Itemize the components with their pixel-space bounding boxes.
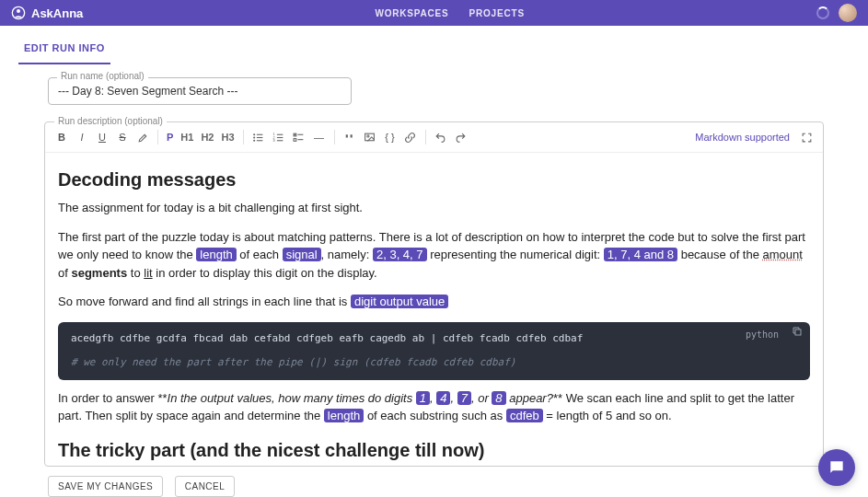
- ordered-list-button[interactable]: 123: [270, 128, 288, 146]
- svg-point-4: [253, 136, 255, 138]
- svg-point-6: [253, 139, 255, 141]
- svg-rect-9: [277, 133, 284, 134]
- brand-text: AskAnna: [31, 6, 83, 20]
- para-2: The first part of the puzzle today is ab…: [58, 228, 810, 283]
- markdown-supported-link[interactable]: Markdown supported: [695, 132, 790, 143]
- undo-button[interactable]: [432, 128, 450, 146]
- fullscreen-button[interactable]: [797, 128, 816, 146]
- paragraph-button[interactable]: P: [164, 132, 176, 143]
- svg-rect-3: [257, 133, 263, 134]
- svg-rect-16: [294, 138, 296, 141]
- h2-button[interactable]: H2: [198, 132, 216, 143]
- task-list-button[interactable]: [290, 128, 308, 146]
- svg-rect-20: [795, 329, 801, 335]
- editor-content[interactable]: Decoding messages The assignment for tod…: [45, 153, 823, 466]
- nav-center: WORKSPACES PROJECTS: [83, 8, 816, 18]
- hr-button[interactable]: —: [310, 128, 329, 146]
- loading-spinner-icon: [816, 6, 829, 19]
- bullet-list-button[interactable]: [249, 128, 268, 146]
- tab-edit-run-info[interactable]: EDIT RUN INFO: [18, 42, 110, 64]
- image-button[interactable]: [361, 128, 379, 146]
- h3-button[interactable]: H3: [218, 132, 237, 143]
- nav-right: [816, 4, 857, 22]
- run-name-label: Run name (optional): [57, 71, 148, 81]
- heading-tricky: The tricky part (and the nicest challeng…: [58, 436, 810, 464]
- nav-projects[interactable]: PROJECTS: [469, 8, 525, 18]
- para-3: So move forward and find all strings in …: [58, 293, 810, 311]
- code-lang: python: [746, 328, 779, 341]
- editor-toolbar: B I U S P H1 H2 H3 123 —: [45, 122, 823, 153]
- svg-rect-11: [277, 136, 284, 137]
- hl-length: length: [196, 248, 236, 261]
- code-line-1: acedgfb cdfbe gcdfa fbcad dab cefabd cdf…: [71, 332, 583, 344]
- chat-fab[interactable]: [818, 449, 855, 486]
- top-nav: AskAnna WORKSPACES PROJECTS: [0, 0, 868, 26]
- code-comment: # we only need the part after the pipe (…: [71, 355, 797, 371]
- run-description-field: Run description (optional) B I U S P H1 …: [44, 121, 824, 467]
- brand-icon: [11, 6, 26, 20]
- avatar[interactable]: [839, 4, 857, 22]
- svg-text:3: 3: [273, 138, 275, 142]
- svg-rect-15: [297, 133, 303, 134]
- svg-point-2: [253, 133, 255, 135]
- quote-button[interactable]: [341, 128, 359, 146]
- hl-digits-1748: 1, 7, 4 and 8: [604, 248, 677, 261]
- chat-icon: [827, 458, 846, 477]
- hl-digit-output: digit output value: [351, 295, 448, 308]
- heading-decoding: Decoding messages: [58, 166, 810, 193]
- svg-point-19: [367, 134, 369, 136]
- redo-button[interactable]: [452, 128, 470, 146]
- run-name-field: Run name (optional): [48, 77, 820, 105]
- run-description-label: Run description (optional): [54, 116, 167, 126]
- tab-strip: EDIT RUN INFO: [4, 26, 864, 64]
- svg-point-1: [17, 9, 20, 13]
- underline-button[interactable]: U: [93, 128, 111, 146]
- form-buttons: SAVE MY CHANGES CANCEL: [4, 467, 864, 497]
- svg-rect-7: [257, 140, 263, 141]
- hl-signal: signal: [283, 248, 321, 261]
- link-button[interactable]: [401, 128, 420, 146]
- nav-workspaces[interactable]: WORKSPACES: [376, 8, 449, 18]
- italic-button[interactable]: I: [73, 128, 91, 146]
- codeblock-button[interactable]: { }: [381, 128, 399, 146]
- code-block: python acedgfb cdfbe gcdfa fbcad dab cef…: [58, 322, 810, 380]
- cancel-button[interactable]: CANCEL: [175, 476, 236, 497]
- run-name-input[interactable]: [48, 77, 352, 105]
- h1-button[interactable]: H1: [178, 132, 196, 143]
- svg-rect-17: [297, 139, 303, 140]
- copy-code-button[interactable]: [792, 326, 803, 337]
- strike-button[interactable]: S: [113, 128, 132, 146]
- save-button[interactable]: SAVE MY CHANGES: [48, 476, 163, 497]
- para-4: In order to answer **In the output value…: [58, 389, 810, 425]
- para-1: The assignment for today is a bit challe…: [58, 199, 810, 217]
- bold-button[interactable]: B: [52, 128, 71, 146]
- svg-rect-13: [277, 140, 284, 141]
- highlight-button[interactable]: [133, 128, 152, 146]
- hl-digits-2347: 2, 3, 4, 7: [373, 248, 427, 261]
- svg-rect-5: [257, 136, 263, 137]
- brand[interactable]: AskAnna: [11, 6, 83, 20]
